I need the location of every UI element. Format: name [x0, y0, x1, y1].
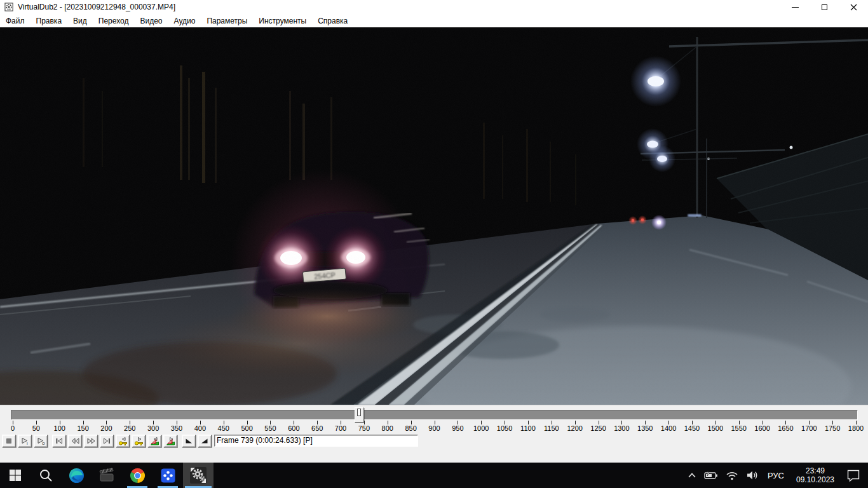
transport-panel: 0501001502002503003504004505005506006507…	[0, 405, 868, 463]
go-start-button[interactable]	[52, 435, 66, 447]
play-output-button[interactable]: O	[34, 435, 48, 447]
go-end-button[interactable]	[100, 435, 114, 447]
taskbar-blue-app-button[interactable]	[153, 463, 183, 488]
svg-text:O: O	[42, 442, 45, 445]
forward-button[interactable]	[84, 435, 98, 447]
backward-button[interactable]	[68, 435, 82, 447]
ruler-tick-label: 1650	[778, 424, 793, 432]
taskbar-virtualdub-button[interactable]	[183, 463, 214, 488]
ruler-tick-label: 300	[147, 424, 159, 432]
tray-language-indicator[interactable]: РУС	[763, 463, 789, 488]
ruler-tick-label: 1500	[708, 424, 723, 432]
ruler-tick-label: 650	[311, 424, 323, 432]
virtualdub-gears-icon	[189, 466, 207, 484]
play-output-icon: O	[36, 437, 45, 445]
ruler-tick-label: 900	[428, 424, 440, 432]
ruler-tick-label: 700	[335, 424, 346, 432]
speaker-icon	[746, 470, 759, 480]
tray-network-button[interactable]	[722, 463, 742, 488]
ruler-tick-label: 1200	[567, 424, 582, 432]
frame-ruler: 0501001502002503003504004505005506006507…	[13, 420, 856, 433]
chevron-up-icon	[688, 472, 696, 478]
minimize-icon	[792, 7, 799, 8]
ruler-tick-label: 1400	[661, 424, 676, 432]
chrome-icon	[130, 468, 146, 484]
windows-logo-icon	[8, 468, 22, 482]
ruler-tick-label: 1700	[801, 424, 817, 432]
ruler-tick-label: 550	[264, 424, 276, 432]
mark-out-button[interactable]	[198, 435, 212, 447]
tray-battery-button[interactable]	[700, 463, 722, 488]
backward-icon	[71, 437, 80, 445]
system-tray: РУС 23:49 09.10.2023	[684, 463, 868, 488]
svg-text:I: I	[27, 442, 28, 445]
next-keyframe-button[interactable]	[132, 435, 146, 447]
wifi-icon	[726, 471, 738, 480]
ruler-tick-label: 200	[100, 424, 112, 432]
menu-item-options[interactable]: Параметры	[201, 15, 253, 27]
frame-position-display: Frame 739 (0:00:24.633) [P]	[214, 435, 418, 447]
title-bar: VirtualDub2 - [20231009212948_000037.MP4…	[0, 0, 868, 14]
ruler-tick-label: 950	[452, 424, 463, 432]
ruler-tick-label: 1800	[848, 424, 864, 432]
menu-item-view[interactable]: Вид	[67, 15, 93, 27]
menu-item-tools[interactable]: Инструменты	[253, 15, 312, 27]
ruler-tick-label: 1050	[497, 424, 512, 432]
ruler-tick-label: 1100	[520, 424, 536, 432]
next-keyframe-icon	[134, 437, 144, 446]
ruler-tick-label: 450	[218, 424, 229, 432]
ruler-tick-label: 100	[54, 424, 65, 432]
taskbar-chrome-button[interactable]	[122, 463, 153, 488]
ruler-tick-label: 1550	[731, 424, 746, 432]
prev-scene-button[interactable]	[147, 435, 161, 447]
ruler-tick-label: 0	[11, 424, 15, 432]
seek-track[interactable]	[11, 410, 858, 420]
menu-item-file[interactable]: Файл	[0, 15, 31, 27]
next-scene-icon	[166, 437, 175, 446]
ruler-tick-label: 500	[241, 424, 252, 432]
tray-chevron-button[interactable]	[684, 463, 700, 488]
ruler-tick-label: 1450	[684, 424, 700, 432]
virtualdub-app-icon	[4, 3, 14, 12]
search-button[interactable]	[31, 463, 61, 488]
tray-clock[interactable]: 23:49 09.10.2023	[789, 466, 841, 484]
menu-item-help[interactable]: Справка	[312, 15, 353, 27]
notification-icon	[846, 468, 860, 482]
notification-center-button[interactable]	[841, 463, 868, 488]
ruler-tick-label: 1150	[544, 424, 559, 432]
restore-button[interactable]	[810, 0, 839, 14]
prev-keyframe-icon	[118, 437, 128, 446]
forward-icon	[86, 437, 96, 445]
battery-charging-icon	[704, 471, 718, 480]
ruler-tick-label: 250	[124, 424, 135, 432]
restore-icon	[822, 4, 827, 10]
menu-item-edit[interactable]: Правка	[31, 15, 68, 27]
ruler-tick-label: 1250	[590, 424, 606, 432]
video-frame: 254CP	[0, 27, 868, 405]
stop-button[interactable]	[2, 435, 16, 447]
mark-out-icon	[200, 437, 209, 445]
menu-item-video[interactable]: Видео	[134, 15, 168, 27]
minimize-button[interactable]	[780, 0, 810, 14]
taskbar-edge-button[interactable]	[61, 463, 92, 488]
play-input-button[interactable]: I	[18, 435, 32, 447]
tray-date: 09.10.2023	[794, 475, 836, 484]
menu-item-audio[interactable]: Аудио	[168, 15, 201, 27]
ruler-tick-label: 1350	[637, 424, 653, 432]
mark-in-button[interactable]	[182, 435, 196, 447]
close-button[interactable]	[839, 0, 868, 14]
prev-scene-icon	[150, 437, 159, 446]
taskbar: РУС 23:49 09.10.2023	[0, 463, 868, 488]
clapperboard-icon	[98, 467, 115, 484]
close-icon	[850, 4, 857, 11]
taskbar-movie-app-button[interactable]	[92, 463, 122, 488]
go-start-icon	[55, 437, 64, 445]
tray-volume-button[interactable]	[742, 463, 763, 488]
go-end-icon	[102, 437, 111, 445]
ruler-tick-label: 350	[171, 424, 182, 432]
start-button[interactable]	[0, 463, 31, 488]
next-scene-button[interactable]	[163, 435, 177, 447]
menu-item-go[interactable]: Переход	[93, 15, 135, 27]
prev-keyframe-button[interactable]	[116, 435, 130, 447]
edge-icon	[69, 468, 85, 484]
